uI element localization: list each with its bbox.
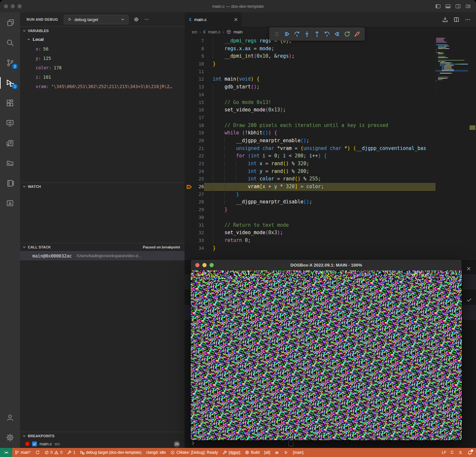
gutter-line-26[interactable]: 26 bbox=[185, 183, 204, 191]
gutter-line-14[interactable]: 14 bbox=[185, 91, 204, 99]
code-line-26[interactable]: 26 vram[x + y * 320] = color; bbox=[185, 183, 436, 191]
dosbox-window[interactable]: DOSBox-X 2022.09.1: MAIN - 100% bbox=[190, 259, 462, 440]
gutter-line-16[interactable]: 16 bbox=[185, 106, 204, 114]
code-line-16[interactable]: 16 set_video_mode(0x13); bbox=[185, 106, 436, 114]
code-line-22[interactable]: 22 for (int i = 0; i < 200; i++) { bbox=[185, 152, 436, 160]
sidebar-item-source-control[interactable]: 2 bbox=[0, 57, 20, 69]
stack-frame-row[interactable]: main@0x000032ac /Users/badlogic/workspac… bbox=[20, 251, 185, 260]
code-line-34[interactable]: 34} bbox=[185, 245, 436, 252]
code-line-19[interactable]: 19 while (!kbhit()) { bbox=[185, 129, 436, 137]
gutter-line-32[interactable]: 32 bbox=[185, 229, 204, 237]
cmake-build-target[interactable]: [all] bbox=[262, 448, 273, 457]
customize-layout-icon[interactable] bbox=[465, 4, 471, 9]
gutter-line-27[interactable]: 27 bbox=[185, 191, 204, 199]
notifications-button[interactable] bbox=[465, 448, 476, 457]
reverse-continue-button[interactable] bbox=[333, 30, 341, 38]
sidebar-item-doc-sync[interactable] bbox=[0, 137, 20, 149]
gutter-line-15[interactable]: 15 bbox=[185, 99, 204, 107]
breakpoint-checkbox[interactable] bbox=[32, 441, 37, 446]
code-line-11[interactable]: 11 bbox=[185, 68, 436, 76]
breakpoints-header[interactable]: BREAKPOINTS bbox=[20, 432, 185, 440]
close-window-button[interactable] bbox=[4, 4, 8, 8]
code-line-13[interactable]: 13 gdb_start(); bbox=[185, 83, 436, 91]
minimize-window-button[interactable] bbox=[11, 4, 15, 8]
variable-row-y[interactable]: y:125 bbox=[20, 53, 185, 63]
views-more-icon[interactable] bbox=[144, 17, 149, 22]
breakpoint-row[interactable]: main.c src 26 bbox=[20, 440, 185, 448]
code-line-12[interactable]: 12int main(void) { bbox=[185, 75, 436, 83]
gutter-line-9[interactable]: 9 bbox=[185, 52, 204, 60]
gutter-line-29[interactable]: 29 bbox=[185, 206, 204, 214]
code-line-14[interactable]: 14 bbox=[185, 91, 436, 99]
step-out-button[interactable] bbox=[313, 30, 321, 38]
code-line-23[interactable]: 23 int x = rand() % 320; bbox=[185, 160, 436, 168]
code-line-20[interactable]: 20 __djgpp_nearptr_enable(); bbox=[185, 137, 436, 145]
run-below-icon[interactable] bbox=[442, 17, 448, 23]
code-line-33[interactable]: 33 return 0; bbox=[185, 237, 436, 245]
debug-target-status[interactable]: debug target (dos-dev-template) bbox=[78, 448, 144, 457]
code-line-9[interactable]: 9 __dpmi_int(0x10, &regs); bbox=[185, 52, 436, 60]
gutter-line-7[interactable]: 7 bbox=[185, 37, 204, 45]
code-line-30[interactable]: 30 bbox=[185, 214, 436, 222]
gutter-line-28[interactable]: 28 bbox=[185, 198, 204, 206]
tab-close-icon[interactable] bbox=[233, 17, 238, 22]
breadcrumb-file[interactable]: main.c bbox=[208, 29, 221, 34]
gutter-line-11[interactable]: 11 bbox=[185, 68, 204, 76]
debug-settings-gear-icon[interactable] bbox=[134, 17, 139, 22]
clangd-status[interactable]: clangd: idle bbox=[144, 448, 168, 457]
code-line-17[interactable]: 17 bbox=[185, 114, 436, 122]
code-line-28[interactable]: 28 __djgpp_nearptr_disable(); bbox=[185, 198, 436, 206]
variable-row-vram[interactable]: vram:"\345\066\251\302\252\211\215\343+S… bbox=[20, 82, 185, 91]
code-line-27[interactable]: 27 } bbox=[185, 191, 436, 199]
variable-row-color[interactable]: color:178 bbox=[20, 63, 185, 72]
sidebar-item-remote-explorer[interactable] bbox=[0, 117, 20, 129]
disconnect-button[interactable] bbox=[353, 30, 361, 38]
eol-indicator[interactable]: LF bbox=[439, 448, 448, 457]
breadcrumb-symbol[interactable]: main bbox=[233, 29, 243, 34]
sidebar-item-extensions[interactable] bbox=[0, 97, 20, 109]
gutter-line-18[interactable]: 18 bbox=[185, 122, 204, 130]
toggle-secondary-sidebar-icon[interactable] bbox=[455, 4, 461, 9]
call-stack-header[interactable]: CALL STACK Paused on breakpoint bbox=[20, 243, 185, 251]
remote-indicator[interactable]: >< bbox=[0, 448, 12, 457]
gutter-line-12[interactable]: 12 bbox=[185, 75, 204, 83]
dosbox-close-button[interactable] bbox=[195, 263, 199, 267]
restart-button[interactable] bbox=[343, 30, 351, 38]
cmake-kit-status[interactable]: [djgpp] bbox=[220, 448, 243, 457]
gutter-line-24[interactable]: 24 bbox=[185, 168, 204, 176]
code-line-29[interactable]: 29 } bbox=[185, 206, 436, 214]
toggle-sidebar-icon[interactable] bbox=[435, 4, 441, 9]
running-tasks-status[interactable]: 1 bbox=[65, 448, 78, 457]
gutter-line-20[interactable]: 20 bbox=[185, 137, 204, 145]
variable-row-x[interactable]: x:56 bbox=[20, 44, 185, 53]
watch-header[interactable]: WATCH bbox=[20, 183, 185, 190]
start-debug-icon[interactable] bbox=[67, 17, 72, 22]
language-indicator[interactable]: C bbox=[448, 448, 456, 457]
debug-config-dropdown[interactable]: debug target bbox=[64, 15, 129, 24]
gutter-line-30[interactable]: 30 bbox=[185, 214, 204, 222]
panel-scrollbar-thumb[interactable] bbox=[289, 440, 293, 446]
dosbox-titlebar[interactable]: DOSBox-X 2022.09.1: MAIN - 100% bbox=[191, 259, 462, 270]
code-line-32[interactable]: 32 set_video_mode(0x3); bbox=[185, 229, 436, 237]
gutter-line-33[interactable]: 33 bbox=[185, 237, 204, 245]
gutter-line-17[interactable]: 17 bbox=[185, 114, 204, 122]
panel-check-icon[interactable] bbox=[466, 297, 472, 303]
code-editor[interactable]: 7 __dpmi_regs regs = {0};8 regs.x.ax = m… bbox=[185, 37, 436, 252]
gutter-line-25[interactable]: 25 bbox=[185, 175, 204, 183]
dosbox-zoom-button[interactable] bbox=[210, 263, 214, 267]
variables-scope-local[interactable]: Local bbox=[20, 35, 185, 44]
continue-button[interactable] bbox=[283, 30, 291, 38]
sidebar-item-folder-terminal[interactable] bbox=[0, 157, 20, 169]
variable-row-i[interactable]: i:101 bbox=[20, 72, 185, 82]
code-line-15[interactable]: 15 // Go mode 0x13! bbox=[185, 99, 436, 107]
sidebar-item-search[interactable] bbox=[0, 37, 20, 49]
cmake-status[interactable]: CMake: [Debug]: Ready bbox=[168, 448, 220, 457]
gutter-line-19[interactable]: 19 bbox=[185, 129, 204, 137]
gutter-line-21[interactable]: 21 bbox=[185, 145, 204, 153]
code-line-21[interactable]: 21 unsigned char *vram = (unsigned char … bbox=[185, 145, 436, 153]
settings-button[interactable] bbox=[0, 432, 20, 443]
gutter-line-31[interactable]: 31 bbox=[185, 222, 204, 229]
code-line-10[interactable]: 10} bbox=[185, 60, 436, 68]
code-line-18[interactable]: 18 // Draw 200 pixels each iteration unt… bbox=[185, 122, 436, 130]
breadcrumb-src[interactable]: src bbox=[192, 29, 197, 34]
